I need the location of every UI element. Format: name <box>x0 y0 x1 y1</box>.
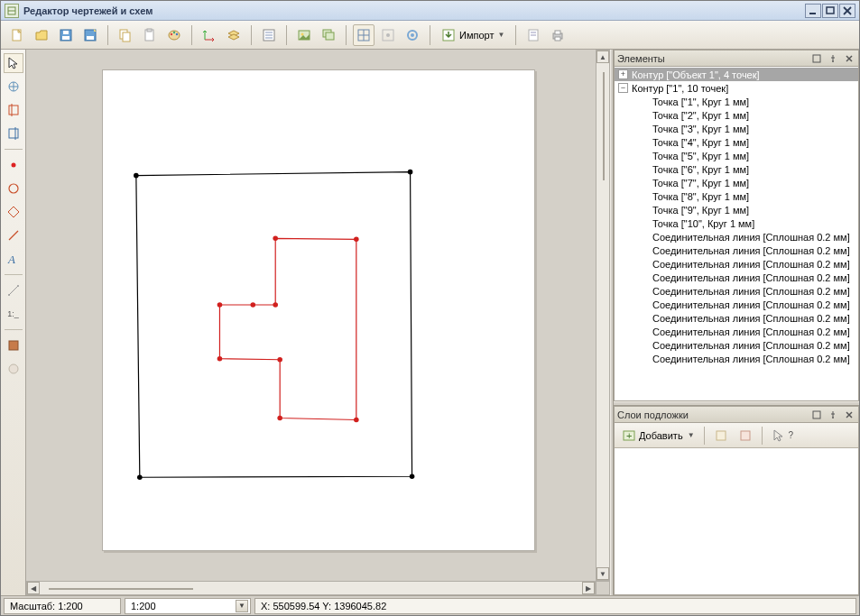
layers-panel: Слои подложки + Добавить ▼ ? <box>614 406 859 595</box>
tree-line-9[interactable]: Соединительная линия [Сплошная 0.2 мм] <box>615 338 858 352</box>
scroll-up-button[interactable]: ▲ <box>596 51 609 63</box>
svg-point-63 <box>409 473 414 479</box>
grid-toggle-button[interactable] <box>353 24 375 46</box>
svg-rect-29 <box>326 32 334 40</box>
collapse-icon[interactable]: − <box>618 83 628 93</box>
tree-point-2[interactable]: Точка ["2", Круг 1 мм] <box>615 108 858 122</box>
tree-line-3[interactable]: Соединительная линия [Сплошная 0.2 мм] <box>615 257 858 271</box>
minimize-button[interactable] <box>805 4 821 18</box>
layers-pin-button[interactable] <box>827 409 839 420</box>
tree-line-4[interactable]: Соединительная линия [Сплошная 0.2 мм] <box>615 271 858 284</box>
svg-point-68 <box>277 416 282 421</box>
circle-tool[interactable] <box>4 179 23 198</box>
close-button[interactable] <box>839 4 855 18</box>
layers-button[interactable] <box>223 24 245 46</box>
vertical-scrollbar[interactable]: ▲ ▼ <box>596 50 610 581</box>
scroll-corner <box>596 581 610 595</box>
elements-panel-title: Элементы <box>617 53 665 64</box>
scroll-down-button[interactable]: ▼ <box>596 567 609 580</box>
drawing-page <box>102 69 535 551</box>
tree-line-6[interactable]: Соединительная линия [Сплошная 0.2 мм] <box>615 298 858 311</box>
new-file-button[interactable] <box>6 24 28 46</box>
tree-line-10[interactable]: Соединительная линия [Сплошная 0.2 мм] <box>615 352 858 365</box>
polygon-tool[interactable] <box>4 202 23 222</box>
preview-button[interactable] <box>522 24 544 46</box>
fill-sample-tool[interactable] <box>4 336 23 355</box>
raster-open-button[interactable] <box>293 24 315 46</box>
svg-point-62 <box>407 170 412 175</box>
layers-list[interactable] <box>615 448 858 594</box>
tree-item-label: Соединительная линия [Сплошная 0.2 мм] <box>651 326 852 337</box>
svg-rect-43 <box>555 37 560 41</box>
point-tool[interactable] <box>4 155 23 175</box>
snap-toggle-button[interactable] <box>377 24 399 46</box>
measure-tool[interactable] <box>4 280 23 300</box>
scroll-left-button[interactable]: ◀ <box>27 582 40 594</box>
tree-point-6[interactable]: Точка ["6", Круг 1 мм] <box>615 162 858 176</box>
crop-out-tool[interactable] <box>4 100 23 120</box>
tree-point-10[interactable]: Точка ["10", Круг 1 мм] <box>615 216 858 230</box>
layers-dock-button[interactable] <box>810 409 823 420</box>
palette-button[interactable] <box>163 24 185 46</box>
drawing-viewport[interactable]: ▲ ▼ ◀ ▶ <box>26 50 610 595</box>
svg-rect-13 <box>123 32 130 41</box>
window-title: Редактор чертежей и схем <box>23 5 805 16</box>
tree-point-8[interactable]: Точка ["8", Круг 1 мм] <box>615 189 858 203</box>
vscroll-thumb[interactable] <box>603 72 605 180</box>
layers-close-button[interactable] <box>843 409 855 420</box>
svg-rect-74 <box>813 55 820 62</box>
tree-item-label: Точка ["3", Круг 1 мм] <box>651 124 751 134</box>
tree-contour-1[interactable]: +Контур ["Объект 1", 4 точек] <box>615 68 858 81</box>
raster-stack-button[interactable] <box>318 24 339 46</box>
layer-tool-2[interactable] <box>735 426 756 446</box>
chevron-down-icon: ▼ <box>497 31 504 39</box>
tree-point-3[interactable]: Точка ["3", Круг 1 мм] <box>615 122 858 135</box>
panel-close-button[interactable] <box>843 53 855 64</box>
circle-sample-tool[interactable] <box>4 359 23 379</box>
tree-point-1[interactable]: Точка ["1", Круг 1 мм] <box>615 95 858 108</box>
panel-pin-button[interactable] <box>827 53 839 64</box>
svg-point-61 <box>134 173 139 179</box>
layer-tool-1[interactable] <box>710 426 732 446</box>
pan-tool[interactable] <box>4 77 23 97</box>
tree-line-2[interactable]: Соединительная линия [Сплошная 0.2 мм] <box>615 244 858 257</box>
import-dropdown[interactable]: Импорт ▼ <box>437 24 509 46</box>
add-layer-button[interactable]: + Добавить ▼ <box>618 426 698 446</box>
tree-point-5[interactable]: Точка ["5", Круг 1 мм] <box>615 149 858 162</box>
tree-point-4[interactable]: Точка ["4", Круг 1 мм] <box>615 135 858 149</box>
tree-point-7[interactable]: Точка ["7", Круг 1 мм] <box>615 176 858 189</box>
text-tool[interactable]: A <box>4 249 23 269</box>
scale-label-tool[interactable]: 1:_ <box>4 304 23 324</box>
svg-point-70 <box>217 356 222 362</box>
elements-tree[interactable]: +Контур ["Объект 1", 4 точек]−Контур ["1… <box>615 67 858 400</box>
tree-item-label: Точка ["1", Круг 1 мм] <box>651 97 751 107</box>
tree-line-7[interactable]: Соединительная линия [Сплошная 0.2 мм] <box>615 311 858 325</box>
tree-point-9[interactable]: Точка ["9", Круг 1 мм] <box>615 203 858 216</box>
canvas-area: ▲ ▼ ◀ ▶ <box>26 50 610 595</box>
maximize-button[interactable] <box>822 4 838 18</box>
horizontal-scrollbar[interactable]: ◀ ▶ <box>26 581 596 595</box>
crop-in-tool[interactable] <box>4 124 23 143</box>
svg-point-73 <box>273 302 278 308</box>
print-button[interactable] <box>547 24 569 46</box>
copy-button[interactable] <box>115 24 136 46</box>
panel-dock-button[interactable] <box>810 53 823 64</box>
hscroll-thumb[interactable] <box>49 588 193 590</box>
layer-help-button[interactable]: ? <box>768 426 798 446</box>
expand-icon[interactable]: + <box>618 69 628 79</box>
paste-button[interactable] <box>139 24 161 46</box>
line-tool[interactable] <box>4 225 23 245</box>
axes-button[interactable] <box>199 24 220 46</box>
open-file-button[interactable] <box>31 24 52 46</box>
tree-line-8[interactable]: Соединительная линия [Сплошная 0.2 мм] <box>615 325 858 338</box>
save-as-button[interactable] <box>79 24 101 46</box>
status-scale-combo[interactable]: 1:200 ▼ <box>125 598 251 614</box>
tree-line-1[interactable]: Соединительная линия [Сплошная 0.2 мм] <box>615 230 858 244</box>
select-tool[interactable] <box>4 53 23 73</box>
scroll-right-button[interactable]: ▶ <box>582 582 595 594</box>
save-button[interactable] <box>55 24 77 46</box>
gear-button[interactable] <box>402 24 423 46</box>
properties-button[interactable] <box>258 24 280 46</box>
tree-contour-2[interactable]: −Контур ["1", 10 точек] <box>615 81 858 95</box>
tree-line-5[interactable]: Соединительная линия [Сплошная 0.2 мм] <box>615 284 858 298</box>
